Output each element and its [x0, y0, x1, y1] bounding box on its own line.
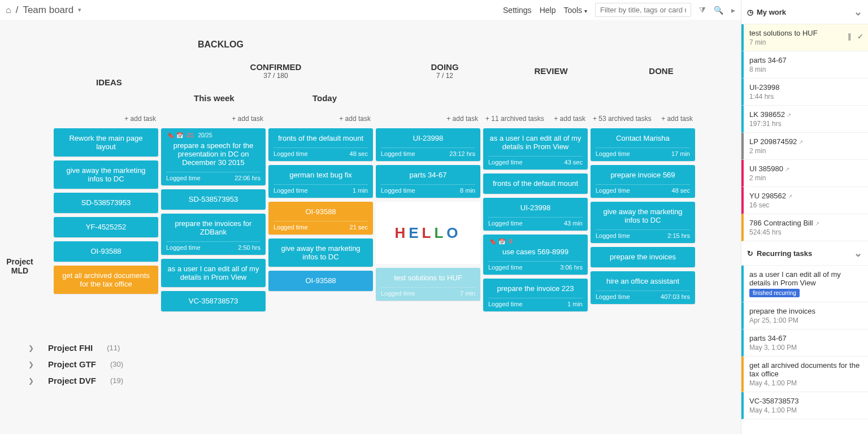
- chevron-down-icon[interactable]: ⌄: [854, 247, 862, 259]
- card[interactable]: get all archived documents for the tax o…: [54, 266, 158, 294]
- col-confirmed: CONFIRMED 37 / 180: [248, 62, 304, 80]
- sidebar-item[interactable]: VC-358738573May 4, 1:00 PM: [741, 392, 868, 419]
- card[interactable]: give away the marketing infos to DCLogge…: [591, 202, 695, 243]
- top-right: Settings Help Tools ▾ ⧩ 🔍 ▸: [503, 3, 735, 17]
- link-help[interactable]: Help: [540, 6, 556, 15]
- project-row[interactable]: ❯Project FHI(11): [14, 340, 727, 356]
- mywork-header[interactable]: ◷ My work ⌄: [741, 0, 868, 24]
- add-task[interactable]: + add task: [124, 115, 156, 123]
- logged-time-value: 21 sec: [350, 224, 368, 231]
- logged-time-value: 7 min: [460, 290, 475, 297]
- card-title: fronts of the default mount: [274, 132, 368, 144]
- card[interactable]: prepare the invoices for ZDBankLogged ti…: [161, 214, 266, 255]
- card[interactable]: give away the marketing infos to DC: [54, 160, 158, 189]
- sidebar-item[interactable]: YU 298562↗16 sec: [741, 187, 868, 214]
- card[interactable]: 🔖📅-2120/25prepare a speech for the prese…: [161, 128, 266, 185]
- refresh-icon: ↻: [747, 249, 753, 258]
- archived-link[interactable]: + 11 archived tasks: [485, 115, 544, 123]
- card-title: hire an office assistant: [596, 275, 690, 287]
- logged-time-value: 17 min: [671, 150, 690, 157]
- breadcrumb-title[interactable]: Team board: [23, 5, 73, 16]
- home-icon[interactable]: ⌂: [6, 5, 11, 15]
- card[interactable]: UI-23998Logged time23:12 hrs: [376, 128, 480, 161]
- card[interactable]: UI-23998Logged time43 min: [483, 198, 588, 231]
- sidebar-item[interactable]: UI-239981:44 hrs: [741, 79, 868, 106]
- logged-time-value: 43 sec: [565, 159, 583, 166]
- card[interactable]: prepare the invoices: [591, 247, 695, 267]
- image-card[interactable]: HELLO: [376, 202, 480, 264]
- card-title: parts 34-67: [381, 169, 475, 181]
- chevron-down-icon[interactable]: ▾: [78, 6, 81, 14]
- card-title: UI-23998: [381, 132, 475, 144]
- card-title: give away the marketing infos to DC: [274, 242, 368, 263]
- search-icon[interactable]: 🔍: [714, 6, 723, 15]
- card[interactable]: fronts of the default mountLogged time48…: [268, 128, 373, 161]
- card[interactable]: prepare the invoice 223Logged time1 min: [483, 279, 588, 311]
- add-task[interactable]: + add task: [339, 115, 371, 123]
- external-icon: ↗: [798, 139, 803, 145]
- logged-time-label: Logged time: [381, 187, 415, 194]
- sidebar-item[interactable]: prepare the invoicesApr 25, 1:00 PM: [741, 302, 868, 329]
- logged-time-label: Logged time: [274, 150, 308, 157]
- project-row[interactable]: ❯Project DVF(19): [14, 372, 727, 389]
- archived-link[interactable]: + 53 archived tasks: [593, 115, 652, 123]
- card-title: get all archived documents for the tax o…: [59, 270, 153, 290]
- pause-icon[interactable]: ∥: [848, 32, 852, 41]
- add-task[interactable]: + add task: [232, 115, 263, 123]
- search-input[interactable]: [595, 3, 691, 17]
- card-title: fronts of the default mount: [488, 177, 583, 189]
- card[interactable]: OI-93588: [54, 241, 158, 262]
- sidebar-item[interactable]: 786 Contracting Bill↗524:45 hrs: [741, 214, 868, 241]
- chevron-right-icon: ❯: [28, 377, 34, 385]
- card[interactable]: give away the marketing infos to DC: [268, 238, 373, 267]
- breadcrumb[interactable]: ⌂ / Team board ▾: [6, 5, 81, 16]
- card[interactable]: parts 34-67Logged time8 min: [376, 165, 480, 198]
- sidebar-item[interactable]: get all archived documents for the tax o…: [741, 357, 868, 392]
- external-icon: ↗: [815, 220, 819, 227]
- card[interactable]: test solutions to HUFLogged time7 min: [376, 268, 480, 301]
- link-settings[interactable]: Settings: [503, 6, 532, 15]
- sidebar-item[interactable]: UI 385980↗2 min: [741, 160, 868, 187]
- sidebar-item[interactable]: parts 34-67May 3, 1:00 PM: [741, 329, 868, 357]
- card[interactable]: as a user I can edit all of my details i…: [483, 128, 588, 170]
- logged-time-label: Logged time: [274, 224, 308, 231]
- card[interactable]: german text bug fixLogged time1 min: [268, 165, 373, 198]
- card[interactable]: as a user I can edit all of my details i…: [161, 259, 266, 287]
- recurring-header[interactable]: ↻ Recurring tasks ⌄: [741, 241, 868, 266]
- add-task[interactable]: + add task: [554, 115, 585, 123]
- sidebar-item[interactable]: test solutions to HUF7 min∥✓: [741, 24, 868, 51]
- card[interactable]: prepare invoice 569Logged time48 sec: [591, 165, 695, 198]
- card[interactable]: SD-538573953: [161, 189, 266, 210]
- add-task[interactable]: + add task: [661, 115, 693, 123]
- filter-icon[interactable]: ⧩: [699, 5, 706, 15]
- chevron-right-icon: ❯: [28, 361, 34, 368]
- card[interactable]: fronts of the default mount: [483, 173, 588, 194]
- card[interactable]: Rework the main page layout: [54, 128, 158, 157]
- logged-time-label: Logged time: [596, 293, 630, 300]
- column-review: + 11 archived tasks+ add taskas a user I…: [483, 113, 588, 311]
- logged-time-value: 3:06 hrs: [560, 264, 583, 271]
- card[interactable]: OI-93588Logged time21 sec: [268, 202, 373, 235]
- sidebar-item[interactable]: LP 209874592↗2 min: [741, 133, 868, 160]
- check-icon[interactable]: ✓: [857, 32, 863, 41]
- card[interactable]: SD-538573953: [54, 193, 158, 213]
- card[interactable]: 🔖📅-9use cases 569-8999Logged time3:06 hr…: [483, 235, 588, 275]
- card[interactable]: YF-4525252: [54, 217, 158, 237]
- link-tools[interactable]: Tools ▾: [563, 6, 587, 15]
- column-ideas: + add taskRework the main page layoutgiv…: [54, 113, 158, 311]
- card-title: SD-538573953: [59, 197, 153, 209]
- sidebar-item[interactable]: as a user I can edit all of my details i…: [741, 266, 868, 302]
- card[interactable]: Contact MarishaLogged time17 min: [591, 128, 695, 161]
- sidebar-item[interactable]: LK 398652↗197:31 hrs: [741, 106, 868, 133]
- sidebar-item[interactable]: parts 34-678 min: [741, 51, 868, 79]
- chevron-down-icon[interactable]: ⌄: [854, 6, 862, 18]
- add-task[interactable]: + add task: [446, 115, 478, 123]
- card-title: german text bug fix: [274, 169, 368, 181]
- card[interactable]: VC-358738573: [161, 291, 266, 311]
- logged-time-value: 48 sec: [672, 187, 690, 194]
- project-row[interactable]: ❯Project GTF(30): [14, 356, 727, 372]
- logged-time-label: Logged time: [488, 264, 523, 271]
- card[interactable]: OI-93588: [268, 271, 373, 291]
- forward-icon[interactable]: ▸: [731, 6, 735, 15]
- card[interactable]: hire an office assistantLogged time407:0…: [591, 271, 695, 304]
